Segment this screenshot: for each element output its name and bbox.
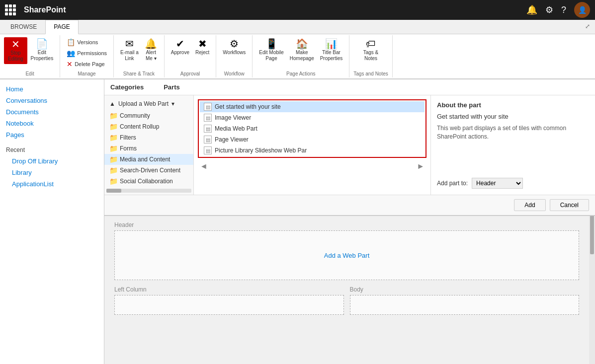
nav-conversations[interactable]: Conversations — [0, 95, 104, 106]
part-icon: ▤ — [204, 103, 212, 111]
categories-pane: ▲ Upload a Web Part ▾ 📁 Community 📁 Cont… — [104, 95, 194, 195]
ribbon-group-manage: 📋 Versions 👥 Permissions ✕ Delete Page M… — [60, 35, 114, 77]
edit-properties-button[interactable]: 📄 EditProperties — [28, 37, 56, 63]
workflow-group-label: Workflow — [220, 70, 248, 77]
parts-prev-arrow[interactable]: ◄ — [200, 162, 208, 171]
settings-icon[interactable]: ⚙ — [545, 4, 553, 15]
share-group-inner: ✉ E-mail aLink 🔔 AlertMe ▾ — [118, 37, 160, 63]
help-icon[interactable]: ? — [561, 5, 566, 15]
ribbon-group-workflow: ⚙ Workflows Workflow — [216, 35, 253, 77]
manage-group-inner: 📋 Versions 👥 Permissions ✕ Delete Page — [64, 37, 109, 69]
part-page-viewer[interactable]: ▤ Page Viewer — [200, 134, 425, 145]
add-webpart-link[interactable]: Add a Web Part — [324, 252, 370, 259]
parts-header-label: Parts — [164, 83, 180, 91]
add-part-select[interactable]: Header Body Left Column Right Column — [472, 178, 523, 189]
nav-recent: Recent — [0, 145, 104, 155]
parts-navigation: ◄ ► — [196, 160, 428, 173]
folder-icon: 📁 — [109, 177, 118, 185]
title-bar-button[interactable]: 📊 Title BarProperties — [318, 37, 345, 63]
nav-pages[interactable]: Pages — [0, 129, 104, 141]
right-scrollbar[interactable] — [589, 214, 595, 364]
alert-icon: 🔔 — [145, 39, 157, 49]
workflow-group-inner: ⚙ Workflows — [220, 37, 248, 57]
delete-page-button[interactable]: ✕ Delete Page — [64, 59, 107, 69]
approve-icon: ✔ — [176, 39, 184, 49]
ribbon-group-approval: ✔ Approve ✖ Reject Approval — [165, 35, 217, 77]
picker-header: Categories Parts — [104, 79, 595, 95]
make-homepage-button[interactable]: 🏠 MakeHomepage — [287, 37, 317, 63]
parts-pane: ▤ Get started with your site ▤ Image Vie… — [194, 95, 431, 195]
picker-footer: Add Cancel — [104, 195, 595, 215]
about-pane: About the part Get started with your sit… — [431, 95, 595, 195]
header-drop-zone: Add a Web Part — [114, 230, 579, 280]
nav-home[interactable]: Home — [0, 83, 104, 95]
nav-notebook[interactable]: Notebook — [0, 118, 104, 129]
about-title: About the part — [437, 101, 589, 109]
left-nav: Home Conversations Documents Notebook Pa… — [0, 79, 104, 364]
picker-body: ▲ Upload a Web Part ▾ 📁 Community 📁 Cont… — [104, 95, 595, 195]
category-social[interactable]: 📁 Social Collaboration — [104, 176, 193, 187]
permissions-button[interactable]: 👥 Permissions — [64, 48, 109, 58]
workflows-button[interactable]: ⚙ Workflows — [220, 37, 248, 57]
approve-button[interactable]: ✔ Approve — [169, 37, 192, 57]
top-bar-right: 🔔 ⚙ ? 👤 — [526, 2, 590, 18]
scroll-thumb — [590, 215, 594, 254]
versions-icon: 📋 — [67, 38, 75, 46]
tab-page[interactable]: PAGE — [45, 20, 78, 34]
versions-button[interactable]: 📋 Versions — [64, 37, 100, 47]
homepage-icon: 🏠 — [296, 39, 308, 49]
folder-icon: 📁 — [109, 134, 118, 142]
category-search-driven[interactable]: 📁 Search-Driven Content — [104, 165, 193, 176]
workflow-icon: ⚙ — [230, 39, 239, 49]
reject-button[interactable]: ✖ Reject — [193, 37, 212, 57]
category-filters[interactable]: 📁 Filters — [104, 132, 193, 143]
nav-library[interactable]: Library — [0, 167, 104, 178]
part-icon: ▤ — [204, 125, 212, 133]
left-col-label: Left Column — [114, 286, 344, 293]
avatar[interactable]: 👤 — [574, 2, 590, 18]
reject-icon: ✖ — [198, 39, 207, 49]
category-community[interactable]: 📁 Community — [104, 110, 193, 121]
left-drop-zone — [114, 295, 344, 315]
nav-applist[interactable]: ApplicationList — [0, 178, 104, 190]
waffle-icon[interactable] — [5, 4, 16, 15]
about-description: This web part displays a set of tiles wi… — [437, 124, 589, 141]
email-link-button[interactable]: ✉ E-mail aLink — [118, 37, 141, 63]
nav-dropoff[interactable]: Drop Off Library — [0, 155, 104, 167]
part-media-web[interactable]: ▤ Media Web Part — [200, 123, 425, 134]
nav-documents[interactable]: Documents — [0, 106, 104, 118]
share-group-label: Share & Track — [118, 70, 160, 77]
part-get-started[interactable]: ▤ Get started with your site — [200, 101, 425, 112]
top-bar: SharePoint 🔔 ⚙ ? 👤 — [0, 0, 595, 20]
upload-webpart[interactable]: ▲ Upload a Web Part ▾ — [104, 97, 193, 110]
cancel-button[interactable]: Cancel — [550, 199, 589, 211]
notification-icon[interactable]: 🔔 — [526, 4, 537, 15]
part-image-viewer[interactable]: ▤ Image Viewer — [200, 112, 425, 123]
folder-icon: 📁 — [109, 123, 118, 131]
edit-group-inner: ✕ StopEditing 📄 EditProperties — [4, 37, 56, 64]
tab-browse[interactable]: BROWSE — [2, 20, 45, 34]
body-label: Body — [350, 286, 580, 293]
category-content-rollup[interactable]: 📁 Content Rollup — [104, 121, 193, 132]
parts-next-arrow[interactable]: ► — [417, 162, 425, 171]
about-part-name: Get started with your site — [437, 113, 589, 120]
ribbon-group-edit: ✕ StopEditing 📄 EditProperties Edit — [0, 35, 60, 77]
email-icon: ✉ — [125, 39, 134, 49]
approval-group-inner: ✔ Approve ✖ Reject — [169, 37, 212, 57]
category-media-content[interactable]: 📁 Media and Content — [104, 154, 193, 165]
ribbon-tabs: BROWSE PAGE ⤢ — [0, 20, 595, 34]
page-actions-group-label: Page Actions — [256, 70, 345, 77]
category-forms[interactable]: 📁 Forms — [104, 143, 193, 154]
stop-editing-button[interactable]: ✕ StopEditing — [4, 37, 27, 64]
edit-mobile-button[interactable]: 📱 Edit MobilePage — [256, 37, 286, 63]
part-picture-slideshow[interactable]: ▤ Picture Library Slideshow Web Par — [200, 145, 425, 156]
body-drop-zone — [350, 295, 580, 315]
tags-notes-button[interactable]: 🏷 Tags &Notes — [361, 37, 381, 63]
body-zone: Body — [350, 286, 580, 321]
add-button[interactable]: Add — [514, 199, 545, 211]
ribbon-expand-icon[interactable]: ⤢ — [580, 20, 595, 34]
alert-me-button[interactable]: 🔔 AlertMe ▾ — [142, 37, 160, 63]
part-icon: ▤ — [204, 146, 212, 154]
add-part-label: Add part to: — [437, 180, 468, 187]
app-name: SharePoint — [24, 5, 66, 14]
